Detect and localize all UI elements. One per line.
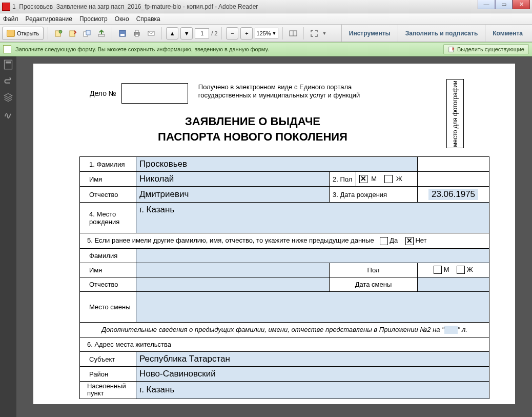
former-names-question: 5. Если ранее имели другие фамилию, имя,… <box>80 233 489 249</box>
value-birthplace[interactable]: г. Казань <box>136 203 489 233</box>
page-up-icon[interactable]: ▲ <box>166 27 178 39</box>
menu-help[interactable]: Справка <box>136 15 160 23</box>
label-dob: 3. Дата рождения <box>330 187 418 203</box>
value-name[interactable]: Николай <box>136 172 330 187</box>
chevron-down-icon[interactable]: ▼ <box>322 31 327 36</box>
layers-icon[interactable] <box>3 92 13 103</box>
empty-cell <box>418 157 489 172</box>
label-patronymic: Отчество <box>80 187 136 203</box>
toolbar: Открыть ▲ ▼ / 2 − + 125% ▼ ▼ Инструменты… <box>0 25 532 42</box>
checkbox-no[interactable] <box>405 237 414 245</box>
value-dob: 23.06.1975 <box>428 189 478 200</box>
zoom-in-icon[interactable]: + <box>240 27 253 39</box>
document-area[interactable]: Дело № Получено в электронном виде с Еди… <box>16 56 532 417</box>
minimize-button[interactable]: — <box>478 0 495 9</box>
close-button[interactable]: ✕ <box>513 0 530 9</box>
share-icon[interactable] <box>95 27 108 39</box>
form-icon <box>3 45 11 53</box>
separator <box>282 27 283 39</box>
zoom-out-icon[interactable]: − <box>226 27 238 39</box>
open-button[interactable]: Открыть <box>2 27 44 40</box>
thumbnails-icon[interactable] <box>3 59 13 70</box>
menu-window[interactable]: Окно <box>115 15 129 23</box>
value-locality[interactable]: г. Казань <box>136 382 489 399</box>
value-prev-name[interactable] <box>136 263 330 277</box>
menu-view[interactable]: Просмотр <box>79 15 108 23</box>
page-down-icon[interactable]: ▼ <box>180 27 193 39</box>
read-mode-icon[interactable] <box>287 27 299 39</box>
form-title: ЗАЯВЛЕНИЕ О ВЫДАЧЕ ПАСПОРТА НОВОГО ПОКОЛ… <box>59 114 446 144</box>
comment-tab[interactable]: Коммента <box>485 25 530 42</box>
separator <box>112 27 112 39</box>
case-number-field: Дело № <box>90 83 188 104</box>
checkbox-prev-male[interactable] <box>434 266 442 274</box>
pdf-page: Дело № Получено в электронном виде с Еди… <box>33 64 515 404</box>
label-prev-sex: Пол <box>330 263 418 277</box>
highlight-fields-button[interactable]: Выделить существующие <box>443 44 529 54</box>
convert-icon[interactable] <box>81 27 93 39</box>
label-district: Район <box>80 367 136 382</box>
app-icon <box>2 3 10 11</box>
appendix-note: Дополнительные сведения о предыдущих фам… <box>80 322 489 337</box>
signatures-icon[interactable] <box>3 109 13 119</box>
menu-edit[interactable]: Редактирование <box>26 15 72 23</box>
email-icon[interactable] <box>145 27 157 39</box>
svg-rect-16 <box>6 62 11 64</box>
maximize-button[interactable]: ▭ <box>495 0 513 9</box>
checkbox-male[interactable] <box>359 175 367 183</box>
menubar: Файл Редактирование Просмотр Окно Справк… <box>0 13 532 25</box>
value-district[interactable]: Ново-Савиновский <box>136 367 489 382</box>
value-prev-surname[interactable] <box>136 248 489 263</box>
value-prev-date[interactable] <box>418 277 489 291</box>
value-patronymic[interactable]: Дмитриевич <box>136 187 330 203</box>
label-prev-patr: Отчество <box>80 277 136 291</box>
photo-placeholder[interactable]: место для фотографии <box>446 79 464 148</box>
label-prev-name: Имя <box>80 263 136 277</box>
window-controls: — ▭ ✕ <box>478 0 530 13</box>
svg-rect-4 <box>86 30 90 35</box>
form-info-bar: Заполните следующую форму. Вы можете сох… <box>0 42 532 56</box>
info-text: Заполните следующую форму. Вы можете сох… <box>15 46 269 52</box>
svg-rect-10 <box>135 34 138 36</box>
value-subject[interactable]: Республика Татарстан <box>136 352 489 367</box>
sheets-input[interactable] <box>444 326 458 334</box>
fill-sign-tab[interactable]: Заполнить и подписать <box>398 25 485 42</box>
prev-sex-checkboxes: М Ж <box>418 263 489 277</box>
label-prev-surname: Фамилия <box>80 248 136 263</box>
delo-label: Дело № <box>90 89 116 97</box>
save-icon[interactable] <box>116 27 129 39</box>
zoom-select[interactable]: 125% ▼ <box>255 28 278 39</box>
print-icon[interactable] <box>131 27 143 39</box>
portal-text: Получено в электронном виде с Единого по… <box>198 83 360 100</box>
svg-rect-9 <box>135 30 138 32</box>
right-panel-tabs: Инструменты Заполнить и подписать Коммен… <box>341 25 530 42</box>
checkbox-female[interactable] <box>384 175 393 183</box>
value-dob-cell[interactable]: 23.06.1975 <box>418 187 489 203</box>
attachments-icon[interactable] <box>3 76 13 86</box>
svg-rect-5 <box>98 34 105 36</box>
checkbox-yes[interactable] <box>380 237 388 245</box>
create-pdf-icon[interactable] <box>52 27 65 39</box>
chevron-down-icon: ▼ <box>272 31 277 36</box>
export-pdf-icon[interactable] <box>67 27 79 39</box>
value-surname[interactable]: Просковьев <box>136 157 418 172</box>
menu-file[interactable]: Файл <box>3 15 18 23</box>
separator <box>303 27 304 39</box>
page-number-input[interactable] <box>195 28 209 38</box>
label-prev-place: Место смены <box>80 291 136 322</box>
value-prev-patr[interactable] <box>136 277 330 291</box>
svg-rect-7 <box>120 34 125 36</box>
tools-tab[interactable]: Инструменты <box>341 25 398 42</box>
delo-input-box[interactable] <box>121 83 188 104</box>
fit-window-icon[interactable] <box>308 27 320 39</box>
address-header: 6. Адрес места жительства <box>80 337 489 352</box>
checkbox-prev-female[interactable] <box>457 266 465 274</box>
separator <box>161 27 162 39</box>
label-surname: 1. Фамилия <box>80 157 136 172</box>
label-locality: Населенный пункт <box>80 382 136 399</box>
open-label: Открыть <box>17 30 39 36</box>
value-prev-place[interactable] <box>136 291 489 322</box>
workspace: Дело № Получено в электронном виде с Еди… <box>0 56 532 417</box>
highlight-label: Выделить существующие <box>457 46 524 52</box>
separator <box>221 27 222 39</box>
